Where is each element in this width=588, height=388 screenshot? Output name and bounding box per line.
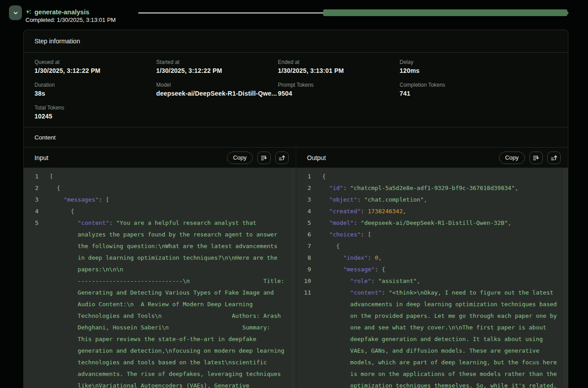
code-line: 7{	[296, 240, 568, 252]
output-section: Output Copy	[296, 148, 568, 388]
input-section: Input Copy	[24, 148, 296, 388]
line-content: {	[318, 240, 543, 252]
input-title: Input	[34, 154, 222, 161]
code-line: 1{	[296, 171, 568, 182]
step-field-label: Started at	[156, 59, 278, 65]
output-copy-button[interactable]: Copy	[499, 152, 525, 164]
input-scrollbar[interactable]	[290, 168, 296, 388]
line-content: "created": 1738246342,	[318, 206, 536, 217]
code-line: 4{	[24, 206, 296, 217]
code-line: 5"content": "You are a helpful research …	[24, 217, 296, 275]
code-line: 6"choices": [	[296, 229, 568, 240]
step-field-label: Queued at	[34, 59, 156, 65]
output-code-editor[interactable]: 1{2"id": "chatcmpl-5a5d2e8e-adf1-9329-bf…	[296, 168, 568, 388]
step-field-value: 10245	[34, 113, 156, 120]
line-content: "choices": [	[318, 229, 536, 240]
code-line: 3"object": "chat.completion",	[296, 194, 568, 206]
line-number: 7	[296, 240, 318, 252]
line-number: 3	[24, 194, 45, 206]
code-line: 9"message": {	[296, 264, 568, 275]
code-line: 2"id": "chatcmpl-5a5d2e8e-adf1-9329-bf9c…	[296, 182, 568, 194]
step-detail-panel: Step information Queued at1/30/2025, 3:1…	[23, 30, 568, 388]
completed-timestamp: Completed: 1/30/2025, 3:13:01 PM	[26, 17, 116, 23]
timeline-span-bar[interactable]	[323, 9, 567, 16]
code-line: 3"messages": [	[24, 194, 296, 206]
step-information-title: Step information	[34, 38, 80, 45]
step-information-header: Step information	[24, 30, 568, 53]
input-wrap-text-button[interactable]	[257, 152, 271, 164]
sparkles-icon	[25, 8, 32, 17]
step-field-label: Model	[156, 82, 278, 88]
line-content: {	[318, 171, 529, 182]
wrap-text-icon	[260, 154, 268, 162]
line-content: ------------------------------\n Title: …	[45, 275, 284, 388]
collapse-step-button[interactable]	[9, 5, 22, 20]
step-title: generate-analysis	[34, 8, 89, 16]
step-info-grid: Queued at1/30/2025, 3:12:22 PMStarted at…	[24, 53, 568, 127]
step-field-value: 1/30/2025, 3:13:01 PM	[278, 67, 400, 74]
code-line: 8"index": 0,	[296, 252, 568, 264]
line-content: "role": "assistant",	[318, 275, 557, 287]
step-field-value: 120ms	[400, 67, 557, 74]
line-number: 5	[24, 217, 45, 275]
line-content: "message": {	[318, 264, 550, 275]
step-field-label: Duration	[34, 82, 156, 88]
step-field: Started at1/30/2025, 3:12:22 PM	[156, 59, 278, 74]
output-section-header: Output Copy	[296, 148, 568, 168]
step-field-label: Prompt Tokens	[278, 82, 400, 88]
input-expand-button[interactable]	[275, 152, 289, 164]
step-field-label: Ended at	[278, 59, 400, 65]
step-field-label: Completion Tokens	[400, 82, 557, 88]
line-content: {	[45, 206, 277, 217]
line-number: 1	[24, 171, 45, 182]
step-field: Duration38s	[34, 82, 156, 97]
line-content: "content": "You are a helpful research a…	[45, 217, 284, 275]
line-number: 4	[24, 206, 45, 217]
line-number: 4	[296, 206, 318, 217]
line-number: 3	[296, 194, 318, 206]
input-code-editor[interactable]: 1[2{3"messages": [4{5"content": "You are…	[24, 168, 296, 388]
line-number: 11	[296, 287, 318, 388]
code-line: 11"content": "<think>\nOkay, I need to f…	[296, 287, 568, 388]
step-field: Ended at1/30/2025, 3:13:01 PM	[278, 59, 400, 74]
step-field-label: Total Tokens	[34, 105, 156, 111]
line-number: 1	[296, 171, 318, 182]
output-expand-button[interactable]	[547, 152, 561, 164]
step-field-value: deepseek-ai/DeepSeek-R1-Distill-Qwe...	[156, 90, 278, 97]
line-number: 5	[296, 217, 318, 229]
code-line: ------------------------------\n Title: …	[24, 275, 296, 388]
output-title: Output	[307, 154, 494, 161]
line-content: {	[45, 182, 263, 194]
code-line: 10"role": "assistant",	[296, 275, 568, 287]
step-field: Completion Tokens741	[400, 82, 557, 97]
wrap-text-icon	[532, 154, 540, 162]
step-field-value: 1/30/2025, 3:12:22 PM	[156, 67, 278, 74]
line-content: "model": "deepseek-ai/DeepSeek-R1-Distil…	[318, 217, 536, 229]
step-field: Total Tokens10245	[34, 105, 156, 120]
step-field: Delay120ms	[400, 59, 557, 74]
input-copy-button[interactable]: Copy	[227, 152, 253, 164]
step-field: Modeldeepseek-ai/DeepSeek-R1-Distill-Qwe…	[156, 82, 278, 97]
line-number: 2	[24, 182, 45, 194]
line-number: 10	[296, 275, 318, 287]
content-title: Content	[34, 134, 55, 141]
input-output-split: Input Copy	[24, 148, 568, 388]
line-content: [	[45, 171, 256, 182]
input-section-header: Input Copy	[24, 148, 296, 168]
step-field-value: 38s	[34, 90, 156, 97]
output-wrap-text-button[interactable]	[529, 152, 543, 164]
line-content: "index": 0,	[318, 252, 550, 264]
step-field-value: 9504	[278, 90, 400, 97]
step-field-value: 741	[400, 90, 557, 97]
step-field: Queued at1/30/2025, 3:12:22 PM	[34, 59, 156, 74]
sort-ascending-icon	[278, 154, 286, 162]
line-number: 9	[296, 264, 318, 275]
line-number	[24, 275, 45, 388]
output-scrollbar[interactable]	[562, 168, 568, 388]
line-number: 2	[296, 182, 318, 194]
line-number: 6	[296, 229, 318, 240]
line-content: "object": "chat.completion",	[318, 194, 536, 206]
line-content: "id": "chatcmpl-5a5d2e8e-adf1-9329-bf9c-…	[318, 182, 536, 194]
code-line: 5"model": "deepseek-ai/DeepSeek-R1-Disti…	[296, 217, 568, 229]
code-line: 4"created": 1738246342,	[296, 206, 568, 217]
